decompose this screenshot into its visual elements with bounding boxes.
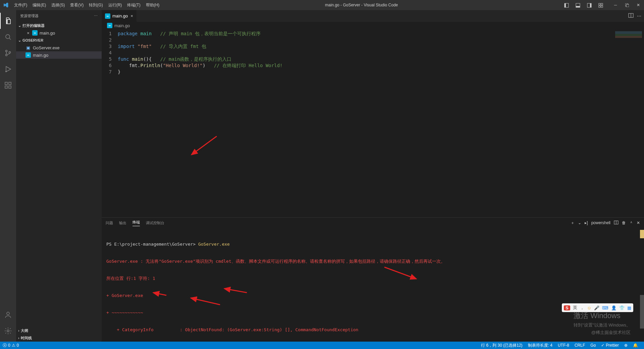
extensions-icon[interactable] (0, 77, 16, 93)
status-bell-icon[interactable]: 🔔 (630, 343, 641, 348)
activity-bar (0, 10, 16, 342)
ime-sogou-icon[interactable]: S (564, 305, 570, 310)
terminal-shell-label[interactable]: powershell (591, 220, 610, 225)
minimap[interactable] (610, 29, 644, 217)
ime-punct[interactable]: ， (580, 305, 584, 311)
title-bar: 文件(F) 编辑(E) 选择(S) 查看(V) 转到(G) 运行(R) 终端(T… (0, 0, 644, 10)
menu-help[interactable]: 帮助(H) (143, 0, 162, 10)
section-project[interactable]: ⌄ GOSERVER (16, 37, 102, 44)
window-close-icon[interactable]: ✕ (633, 0, 644, 10)
ime-toolbar[interactable]: S 英 ， ☺ 🎤 ⌨ 👤 👕 ▦ (562, 303, 633, 312)
open-editors-list: × ∞ main.go (16, 29, 102, 37)
split-terminal-icon[interactable] (614, 220, 619, 226)
svg-rect-11 (626, 4, 629, 7)
new-terminal-icon[interactable]: ＋ (571, 220, 575, 226)
status-errors[interactable]: ⓧ0 ⚠0 (0, 343, 21, 348)
status-eol[interactable]: CRLF (572, 343, 588, 348)
section-outline[interactable]: › 大纲 (16, 327, 102, 334)
layout-panel-right-icon[interactable] (584, 0, 595, 10)
panel-tab-problems[interactable]: 问题 (106, 220, 113, 226)
ime-voice-icon[interactable]: 🎤 (594, 305, 599, 310)
chevron-right-icon: › (18, 329, 19, 333)
code-content[interactable]: package main // 声明 main 包，表明当前是一个可执行程序 i… (118, 29, 610, 217)
tree-item-go[interactable]: ∞ main.go (16, 51, 102, 59)
svg-point-12 (6, 35, 10, 39)
tree-item-exe[interactable]: ▣ GoServer.exe (16, 44, 102, 51)
window-maximize-icon[interactable] (621, 0, 633, 10)
run-debug-icon[interactable] (0, 61, 16, 77)
go-file-icon: ∞ (32, 30, 38, 36)
svg-rect-6 (599, 3, 600, 5)
split-editor-icon[interactable] (628, 13, 634, 19)
sidebar-more-icon[interactable]: ⋯ (94, 14, 98, 18)
menu-file[interactable]: 文件(F) (11, 0, 30, 10)
status-encoding[interactable]: UTF-8 (555, 343, 572, 348)
open-editor-item[interactable]: × ∞ main.go (16, 29, 102, 37)
watermark-credit: @稀土掘金技术社区 (574, 330, 631, 336)
scrollbar[interactable] (640, 295, 644, 329)
go-file-icon: ∞ (25, 52, 31, 58)
window-minimize-icon[interactable]: ─ (610, 0, 621, 10)
panel-tab-output[interactable]: 输出 (119, 220, 126, 226)
ime-emoji-icon[interactable]: ☺ (587, 305, 591, 310)
layout-panel-left-icon[interactable] (561, 0, 572, 10)
terminal-error: + GoServer.exe (106, 293, 639, 298)
accounts-icon[interactable] (0, 307, 16, 323)
section-timeline[interactable]: › 时间线 (16, 334, 102, 342)
status-language[interactable]: Go (588, 343, 598, 348)
source-control-icon[interactable] (0, 45, 16, 61)
svg-point-15 (9, 52, 11, 53)
status-prettier[interactable]: ✓Prettier (598, 343, 622, 348)
go-file-icon: ∞ (105, 13, 110, 19)
panel-tab-debug[interactable]: 调试控制台 (146, 220, 164, 226)
tab-label: main.go (112, 13, 128, 18)
status-cursor[interactable]: 行 6，列 30 (已选择12) (478, 343, 525, 348)
close-icon[interactable]: × (25, 31, 31, 36)
ime-keyboard-icon[interactable]: ⌨ (602, 305, 608, 310)
editor-tab[interactable]: ∞ main.go × (102, 10, 137, 22)
ime-skin-icon[interactable]: 👕 (619, 305, 625, 310)
kill-terminal-icon[interactable]: 🗑 (622, 220, 626, 225)
ime-lang[interactable]: 英 (573, 305, 577, 311)
terminal-profile-icon[interactable]: ▸] (585, 220, 588, 225)
panel-maximize-icon[interactable]: ＾ (629, 220, 633, 226)
window-title: main.go - GoServer - Visual Studio Code (162, 3, 561, 7)
svg-rect-18 (5, 86, 7, 88)
sidebar-title: 资源管理器 (20, 13, 39, 18)
chevron-right-icon: › (18, 336, 19, 340)
project-tree: ▣ GoServer.exe ∞ main.go (16, 44, 102, 59)
editor-area: ∞ main.go × ⋯ ∞ main.go 1234567 package … (102, 10, 644, 342)
main-area: 资源管理器 ⋯ ⌄ 打开的编辑器 × ∞ main.go ⌄ GOSERVER … (0, 10, 644, 342)
menu-view[interactable]: 查看(V) (67, 0, 86, 10)
ime-toolbox-icon[interactable]: ▦ (627, 305, 631, 310)
breadcrumb[interactable]: ∞ main.go (102, 22, 644, 29)
status-tabsize[interactable]: 制表符长度: 4 (525, 343, 555, 348)
svg-rect-20 (9, 82, 11, 85)
settings-gear-icon[interactable] (0, 323, 16, 339)
section-open-editors[interactable]: ⌄ 打开的编辑器 (16, 22, 102, 29)
close-icon[interactable]: × (130, 13, 133, 18)
terminal[interactable]: PS E:\project-management\GoServer> GoSer… (102, 228, 644, 342)
menu-run[interactable]: 运行(R) (106, 0, 125, 10)
scrollbar-marker (640, 230, 644, 238)
panel-close-icon[interactable]: ✕ (637, 220, 640, 225)
menu-go[interactable]: 转到(G) (86, 0, 105, 10)
vscode-logo-icon (0, 2, 11, 8)
panel-tab-terminal[interactable]: 终端 (132, 220, 140, 226)
chevron-down-icon: ⌄ (18, 38, 21, 43)
chevron-down-icon[interactable]: ⌄ (578, 220, 581, 225)
menu-selection[interactable]: 选择(S) (49, 0, 67, 10)
explorer-icon[interactable] (0, 13, 16, 29)
customize-layout-icon[interactable] (595, 0, 606, 10)
menu-terminal[interactable]: 终端(T) (124, 0, 143, 10)
terminal-prompt: PS E:\project-management\GoServer> (106, 242, 198, 247)
search-icon[interactable] (0, 29, 16, 45)
ime-user-icon[interactable]: 👤 (611, 305, 616, 310)
chevron-down-icon: ⌄ (18, 23, 21, 28)
status-feedback-icon[interactable]: ⊕ (622, 343, 630, 348)
svg-rect-5 (590, 3, 591, 7)
menu-edit[interactable]: 编辑(E) (30, 0, 49, 10)
code-editor[interactable]: 1234567 package main // 声明 main 包，表明当前是一… (102, 29, 644, 217)
more-actions-icon[interactable]: ⋯ (637, 13, 641, 18)
layout-panel-bottom-icon[interactable] (572, 0, 584, 10)
